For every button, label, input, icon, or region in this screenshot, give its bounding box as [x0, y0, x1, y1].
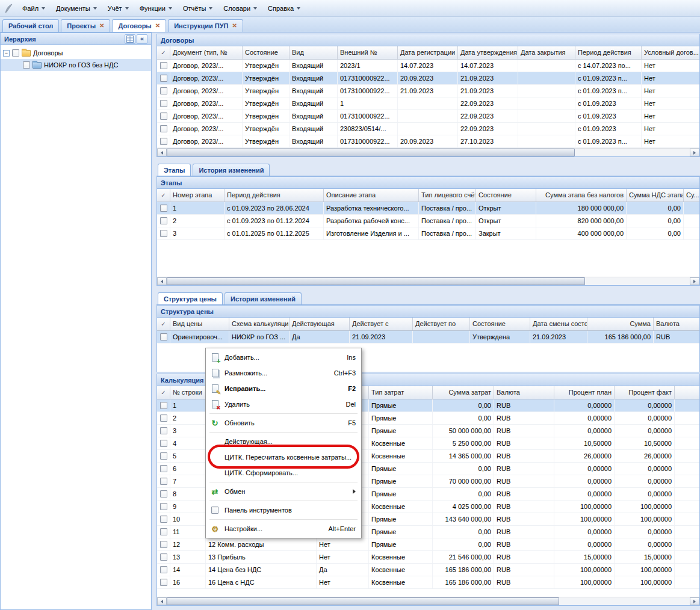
row-checkbox[interactable]: [160, 465, 167, 472]
table-row[interactable]: Ориентировоч...НИОКР по ГОЗ ...Да21.09.2…: [157, 331, 699, 344]
row-checkbox[interactable]: [160, 100, 167, 107]
context-menu-item[interactable]: Размножить...Ctrl+F3: [206, 365, 361, 381]
scrollbar-thumb[interactable]: [167, 149, 575, 156]
row-checkbox[interactable]: [160, 503, 167, 510]
menubar-item[interactable]: Файл: [17, 2, 51, 14]
tree-checkbox[interactable]: [23, 61, 30, 69]
tab-close-icon[interactable]: ✕: [155, 23, 160, 29]
table-row[interactable]: 1414 Цена без НДСДаКосвенные165 186 000,…: [157, 564, 699, 576]
context-menu-item[interactable]: ЦИТК. Сформировать...: [206, 465, 361, 481]
row-checkbox[interactable]: [160, 125, 167, 132]
row-checkbox[interactable]: [160, 579, 167, 586]
collapse-panel-button[interactable]: «: [137, 34, 147, 44]
tab[interactable]: Договоры✕: [112, 19, 166, 32]
row-checkbox[interactable]: [160, 478, 167, 485]
row-checkbox[interactable]: [160, 452, 167, 460]
tree-node[interactable]: НИОКР по ГОЗ без НДС: [1, 59, 151, 71]
scrollbar-track[interactable]: [167, 277, 690, 285]
column-header[interactable]: Дата закрытия: [518, 46, 575, 59]
table-row[interactable]: 1616 Цена с НДСНетКосвенные165 186 000,0…: [157, 576, 699, 589]
row-checkbox[interactable]: [160, 490, 167, 498]
row-checkbox[interactable]: [160, 87, 167, 94]
context-menu-item[interactable]: Действующая...: [206, 434, 361, 449]
context-menu-item[interactable]: ⚙Настройки...Alt+Enter: [206, 521, 361, 537]
scroll-left-button[interactable]: [157, 277, 167, 285]
table-row[interactable]: Договор, 2023/...УтверждёнВходящий230823…: [157, 123, 699, 135]
column-header[interactable]: Су...: [684, 189, 699, 202]
menubar-item[interactable]: Словари: [218, 2, 262, 14]
stages-horizontal-scrollbar[interactable]: [157, 277, 699, 285]
column-header[interactable]: Вид: [290, 46, 338, 59]
panel-splitter[interactable]: [152, 32, 156, 610]
select-all-header[interactable]: ✓: [157, 189, 170, 202]
menubar-item[interactable]: Отчёты: [178, 2, 218, 14]
table-row[interactable]: 3с 01.01.2025 по 01.12.2025Изготовление …: [157, 227, 699, 240]
row-checkbox[interactable]: [160, 230, 167, 237]
expander-minus-icon[interactable]: −: [3, 50, 10, 57]
column-header[interactable]: Состояние: [470, 318, 530, 330]
column-header[interactable]: Дата утверждения: [458, 46, 518, 59]
scroll-left-button[interactable]: [157, 149, 167, 156]
context-menu-item[interactable]: Добавить...Ins: [206, 350, 361, 365]
column-header[interactable]: Валюта: [494, 386, 554, 399]
select-all-header[interactable]: ✓: [157, 318, 170, 330]
menubar-item[interactable]: Справка: [262, 2, 306, 14]
tab[interactable]: Структура цены: [158, 292, 223, 304]
column-header[interactable]: № строки: [170, 386, 206, 399]
menubar-item[interactable]: Документы: [51, 2, 102, 14]
table-row[interactable]: Договор, 2023/...УтверждёнВходящий017310…: [157, 72, 699, 85]
row-checkbox[interactable]: [160, 528, 167, 535]
select-all-header[interactable]: ✓: [157, 46, 170, 59]
row-checkbox[interactable]: [160, 516, 167, 523]
context-menu-item[interactable]: ⇄Обмен: [206, 484, 361, 499]
tree-checkbox[interactable]: [12, 49, 19, 57]
grid-view-button[interactable]: [125, 34, 135, 44]
calculation-horizontal-scrollbar[interactable]: [157, 597, 699, 605]
table-row[interactable]: 1212 Комм. расходыНетПрямые0,00RUB0,0000…: [157, 538, 699, 551]
column-header[interactable]: Дата регистрации: [398, 46, 458, 59]
row-checkbox[interactable]: [160, 75, 167, 82]
scrollbar-track[interactable]: [167, 149, 690, 156]
table-row[interactable]: Договор, 2023/...УтверждёнВходящий122.09…: [157, 97, 699, 110]
context-menu-item[interactable]: УдалитьDel: [206, 396, 361, 412]
column-header[interactable]: Сумма: [587, 318, 654, 330]
column-header[interactable]: Условный догов...: [642, 46, 699, 59]
row-checkbox[interactable]: [160, 62, 167, 69]
column-header[interactable]: Тип затрат: [369, 386, 433, 399]
column-header[interactable]: Сумма затрат: [433, 386, 494, 399]
scroll-right-button[interactable]: [690, 277, 699, 285]
column-header[interactable]: Вид цены: [170, 318, 229, 330]
row-checkbox[interactable]: [160, 427, 167, 434]
row-checkbox[interactable]: [160, 333, 167, 340]
table-row[interactable]: 2с 01.09.2023 по 01.12.2024Разработка ра…: [157, 215, 699, 227]
scrollbar-thumb[interactable]: [167, 277, 585, 285]
menubar-item[interactable]: Функции: [134, 2, 178, 14]
tree-node[interactable]: −Договоры: [1, 47, 151, 59]
toolbar-checkbox-icon[interactable]: [211, 507, 218, 514]
column-header[interactable]: Сумма этапа без налогов: [536, 189, 627, 202]
contracts-horizontal-scrollbar[interactable]: [157, 148, 699, 156]
context-menu-item[interactable]: ↻ОбновитьF5: [206, 415, 361, 431]
column-header[interactable]: Процент план: [554, 386, 615, 399]
column-header[interactable]: Процент факт: [615, 386, 675, 399]
column-header[interactable]: Тип лицевого счёт: [419, 189, 476, 202]
row-checkbox[interactable]: [160, 440, 167, 447]
column-header[interactable]: Валюта: [654, 318, 699, 330]
tab[interactable]: История изменений: [193, 164, 270, 176]
column-header[interactable]: Действует с: [350, 318, 413, 330]
context-menu-item[interactable]: Исправить...F2: [206, 381, 361, 396]
column-header[interactable]: Дата смены состоя: [530, 318, 587, 330]
scrollbar-track[interactable]: [167, 597, 690, 605]
select-all-header[interactable]: ✓: [157, 386, 170, 399]
tab[interactable]: Рабочий стол: [2, 19, 59, 32]
table-row[interactable]: Договор, 2023/...УтверждёнВходящий017310…: [157, 85, 699, 97]
tab[interactable]: Проекты✕: [61, 19, 110, 32]
tab-close-icon[interactable]: ✕: [232, 23, 237, 29]
scroll-right-button[interactable]: [690, 597, 699, 605]
column-header[interactable]: Схема калькуляци: [229, 318, 290, 330]
table-row[interactable]: Договор, 2023/...УтверждёнВходящий017310…: [157, 135, 699, 148]
row-checkbox[interactable]: [160, 205, 167, 212]
column-header[interactable]: Действующая: [290, 318, 350, 330]
column-header[interactable]: [675, 386, 699, 399]
column-header[interactable]: Номер этапа: [170, 189, 225, 202]
